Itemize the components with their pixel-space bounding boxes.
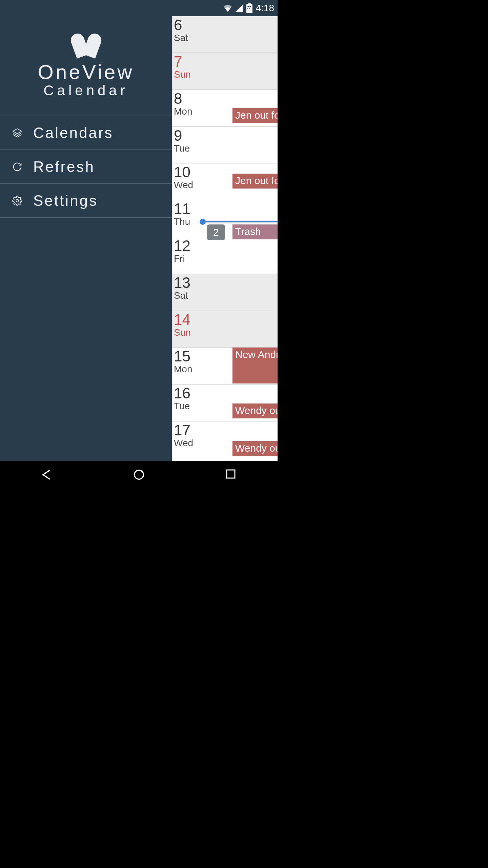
- sidebar: OneView Calendar Calendars Refresh Setti…: [0, 16, 172, 461]
- event-chip[interactable]: Jen out fo: [232, 174, 278, 189]
- day-number: 8: [174, 91, 278, 106]
- day-cell-sun[interactable]: 7 Sun: [172, 53, 278, 90]
- logo-mark-icon: [73, 33, 100, 57]
- battery-level: 77: [247, 5, 251, 9]
- day-name: Fri: [174, 254, 278, 263]
- day-cell-fri[interactable]: 12 Fri: [172, 237, 278, 274]
- android-nav-bar: [0, 461, 278, 488]
- status-bar: 77 4:18: [0, 0, 278, 16]
- day-number: 12: [174, 238, 278, 253]
- event-chip[interactable]: Wendy ou: [232, 403, 278, 418]
- day-cell-sun[interactable]: 14 Sun: [172, 311, 278, 348]
- svg-point-1: [16, 199, 19, 202]
- wifi-icon: [223, 4, 232, 12]
- svg-rect-3: [227, 470, 235, 478]
- event-chip[interactable]: Wendy ou: [232, 441, 278, 456]
- app-title-line1: OneView: [38, 60, 134, 84]
- calendar-list[interactable]: 6 Sat 7 Sun 8 Mon Jen out fo 9 Tue 10 We…: [172, 16, 278, 461]
- day-number: 7: [174, 54, 278, 69]
- back-button[interactable]: [40, 468, 53, 481]
- day-cell-thu[interactable]: 11 Thu 2 Trash: [172, 200, 278, 237]
- day-cell-tue[interactable]: 9 Tue: [172, 127, 278, 163]
- day-name: Sun: [174, 70, 278, 79]
- gear-icon: [12, 196, 22, 206]
- svg-marker-0: [13, 129, 22, 134]
- day-number: 9: [174, 128, 278, 143]
- day-cell-wed[interactable]: 17 Wed Wendy ou: [172, 421, 278, 458]
- menu-item-calendars[interactable]: Calendars: [0, 116, 172, 150]
- home-button[interactable]: [132, 468, 146, 481]
- day-number: 11: [174, 201, 278, 216]
- refresh-icon: [12, 162, 22, 172]
- layers-icon: [12, 128, 22, 138]
- menu-item-refresh[interactable]: Refresh: [0, 150, 172, 184]
- day-number: 14: [174, 312, 278, 327]
- day-number: 17: [174, 423, 278, 438]
- day-name: Sat: [174, 33, 278, 43]
- menu-item-settings[interactable]: Settings: [0, 184, 172, 218]
- day-cell-tue[interactable]: 16 Tue Wendy ou: [172, 384, 278, 421]
- day-cell-wed[interactable]: 10 Wed Jen out fo: [172, 163, 278, 200]
- day-cell-sat[interactable]: 6 Sat: [172, 16, 278, 53]
- battery-icon: 77: [246, 3, 252, 13]
- svg-point-2: [134, 470, 143, 479]
- day-name: Sat: [174, 291, 278, 300]
- day-name: Tue: [174, 144, 278, 153]
- recent-apps-button[interactable]: [225, 468, 238, 481]
- cell-signal-icon: [236, 4, 243, 12]
- menu-label: Refresh: [33, 158, 95, 175]
- menu-label: Settings: [33, 192, 98, 209]
- day-name: Sun: [174, 328, 278, 337]
- day-cell-sat[interactable]: 13 Sat: [172, 274, 278, 311]
- day-number: 16: [174, 386, 278, 401]
- event-chip-tall[interactable]: New Andr: [232, 348, 278, 383]
- current-time-indicator: [202, 221, 278, 222]
- app-title-line2: Calendar: [43, 82, 128, 99]
- day-number: 6: [174, 18, 278, 33]
- status-time: 4:18: [256, 3, 274, 14]
- app-logo: OneView Calendar: [0, 16, 172, 116]
- menu-label: Calendars: [33, 124, 114, 141]
- day-cell-mon[interactable]: 8 Mon Jen out fo: [172, 90, 278, 127]
- day-cell-mon[interactable]: 15 Mon New Andr: [172, 348, 278, 384]
- event-chip[interactable]: Jen out fo: [232, 108, 278, 123]
- day-number: 13: [174, 275, 278, 290]
